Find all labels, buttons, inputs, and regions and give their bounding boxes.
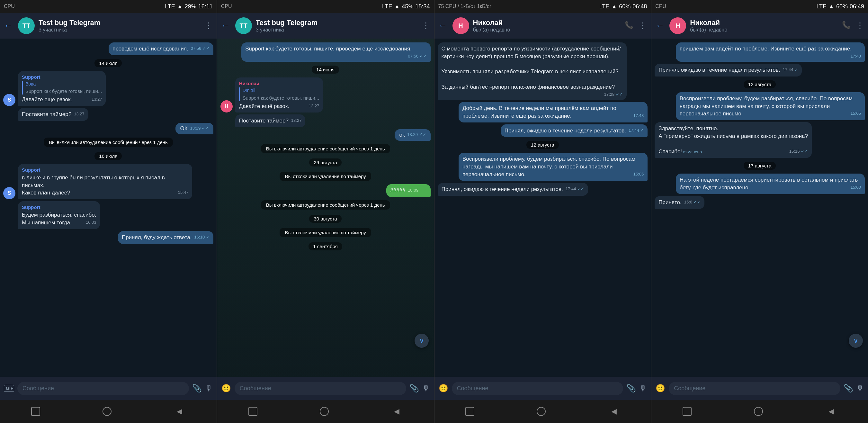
message-input[interactable]: Сообщение [235, 382, 406, 395]
nav-circle-button[interactable] [320, 407, 329, 416]
message-row: Принял, ожидаю в течение недели результа… [438, 183, 588, 196]
message-time: 17:44 ✓ [783, 67, 798, 73]
system-message: Вы включили автоудаление сообщений через… [261, 200, 390, 210]
nav-square-button[interactable] [31, 407, 40, 416]
nav-circle-button[interactable] [537, 407, 546, 416]
message-row: Добрый день. В течение недели мы пришлём… [459, 102, 648, 122]
tick-icon: ✓✓ [693, 200, 701, 205]
emoji-button[interactable]: 🙂 [221, 384, 231, 393]
back-button[interactable]: ← [4, 21, 14, 31]
input-placeholder: Сообщение [674, 385, 705, 392]
message-input[interactable]: Сообщение [669, 382, 840, 395]
tick-icon: ✓✓ [616, 92, 623, 97]
avatar: H [453, 17, 469, 34]
back-button[interactable]: ← [655, 21, 665, 31]
nav-back-button[interactable]: ◀ [174, 406, 185, 417]
emoji-button[interactable]: 🙂 [655, 384, 665, 393]
tick-icon: ✓ [206, 235, 210, 239]
message-bubble: Добрый день. В течение недели мы пришлём… [459, 102, 648, 122]
mic-icon[interactable]: 🎙 [857, 384, 864, 393]
nav-back-button[interactable]: ◀ [391, 406, 403, 417]
network-icon: LTE [382, 3, 392, 10]
back-button[interactable]: ← [438, 21, 448, 31]
message-bubble: Воспроизвели проблему, будем разбираться… [459, 153, 648, 181]
nav-square-button[interactable] [248, 407, 257, 416]
mic-icon[interactable]: 🎙 [639, 384, 647, 393]
message-bubble: Принял, ожидаю в течение недели результа… [655, 64, 802, 77]
chat-sub: был(а) недавно [473, 27, 621, 33]
nav-circle-button[interactable] [754, 407, 763, 416]
message-bubble: Принял, буду ждать ответа. 16:10 ✓ [118, 231, 213, 244]
attachment-icon[interactable]: 📎 [409, 384, 419, 393]
app-header: ← H Николай был(а) недавно 📞 ⋮ [434, 13, 651, 38]
status-bar: CPU LTE ▲ 45% 15:34 [217, 0, 434, 13]
tick-icon: ✓✓ [202, 126, 209, 130]
call-icon[interactable]: 📞 [625, 21, 633, 31]
tick-icon: ✓✓ [203, 46, 210, 51]
more-icon[interactable]: ⋮ [639, 21, 647, 31]
nav-back-button[interactable]: ◀ [825, 406, 837, 417]
signal-icon: ▲ [611, 3, 617, 10]
chat-sub: 3 участника [256, 27, 418, 33]
gif-button[interactable]: GIF [4, 385, 14, 392]
tick-icon: ✓✓ [801, 149, 808, 154]
message-bubble: SupportБудем разбираться, спасибо.Мы нап… [18, 201, 100, 229]
message-row: Здравствуйте, понятно.А "примерно" ожида… [655, 122, 812, 158]
input-bar: 🙂 Сообщение 📎 🎙 [651, 377, 868, 400]
message-time: 13:27 [74, 111, 85, 117]
more-icon[interactable]: ⋮ [856, 21, 864, 31]
nav-back-button[interactable]: ◀ [608, 406, 620, 417]
nav-bar: ◀ [434, 400, 651, 423]
chat-name: Test bug Telegram [256, 19, 418, 27]
back-button[interactable]: ← [221, 21, 231, 31]
system-message: Вы отключили удаление по таймеру [280, 172, 371, 181]
emoji-button[interactable]: 🙂 [438, 384, 448, 393]
more-icon[interactable]: ⋮ [205, 21, 213, 31]
nav-bar: ◀ [651, 400, 868, 423]
nav-circle-button[interactable] [102, 407, 112, 416]
message-row: ок 13:29 ✓✓ [395, 129, 430, 141]
input-placeholder: Сообщение [240, 385, 271, 392]
status-bar: CPU LTE ▲ 60% 06:49 [651, 0, 868, 13]
attachment-icon[interactable]: 📎 [626, 384, 636, 393]
message-row: проведем ещё исследования. 07:56 ✓✓ [108, 42, 213, 55]
message-row: Принято. 15:6 ✓✓ [655, 196, 704, 209]
mic-icon[interactable]: 🎙 [205, 384, 213, 393]
battery-text: 29% [185, 3, 196, 10]
scroll-down-button[interactable]: ∨ [414, 334, 429, 348]
chat-sub: 3 участника [38, 27, 200, 33]
message-bubble: Воспроизвели проблему, будем разбираться… [676, 92, 865, 120]
attachment-icon[interactable]: 📎 [192, 384, 202, 393]
nav-square-button[interactable] [465, 407, 474, 416]
signal-icon: ▲ [829, 3, 834, 10]
input-bar: GIF Сообщение 📎 🎙 [0, 377, 217, 400]
message-input[interactable]: Сообщение [452, 382, 623, 395]
time-text: 15:34 [415, 3, 430, 10]
message-row: Поставите таймер? 13:27 [220, 114, 306, 127]
nav-square-button[interactable] [683, 407, 691, 416]
header-info: Николай был(а) недавно [473, 19, 621, 33]
call-icon[interactable]: 📞 [842, 21, 850, 31]
message-row: пришлём вам апдейт по проблеме. Извините… [676, 42, 865, 62]
message-bubble: НиколайDmitriiSupport как будете готовы,… [235, 78, 323, 113]
message-row: Воспроизвели проблему, будем разбираться… [459, 153, 648, 181]
more-icon[interactable]: ⋮ [422, 21, 430, 31]
status-cpu: CPU [655, 3, 666, 9]
date-divider: 29 августа [309, 158, 342, 167]
message-bubble: ОК 13:29 ✓✓ [176, 123, 213, 134]
message-row: Принял, ожидаю в течение недели результа… [655, 64, 802, 77]
phone-screen-2: CPU LTE ▲ 45% 15:34 ← TT Test bug Telegr… [217, 0, 434, 423]
chat-name: Test bug Telegram [38, 19, 200, 27]
network-icon: LTE [165, 3, 175, 10]
phone-screen-3: 75 CPU / 1кБ/с↓ 1кБ/с↑ LTE ▲ 60% 06:48 ←… [434, 0, 652, 423]
attachment-icon[interactable]: 📎 [844, 384, 853, 393]
message-time: 15:6 ✓✓ [684, 199, 701, 205]
header-icons: 📞 ⋮ [625, 21, 647, 31]
reply-name: Dmitrii [243, 87, 319, 94]
message-input[interactable]: Сообщение [18, 382, 189, 395]
status-bar: 75 CPU / 1кБ/с↓ 1кБ/с↑ LTE ▲ 60% 06:48 [434, 0, 651, 13]
scroll-down-button[interactable]: ∨ [849, 334, 863, 348]
tick-icon: ✓✓ [577, 186, 584, 191]
mic-icon[interactable]: 🎙 [422, 384, 430, 393]
date-divider: 14 июля [94, 59, 122, 67]
